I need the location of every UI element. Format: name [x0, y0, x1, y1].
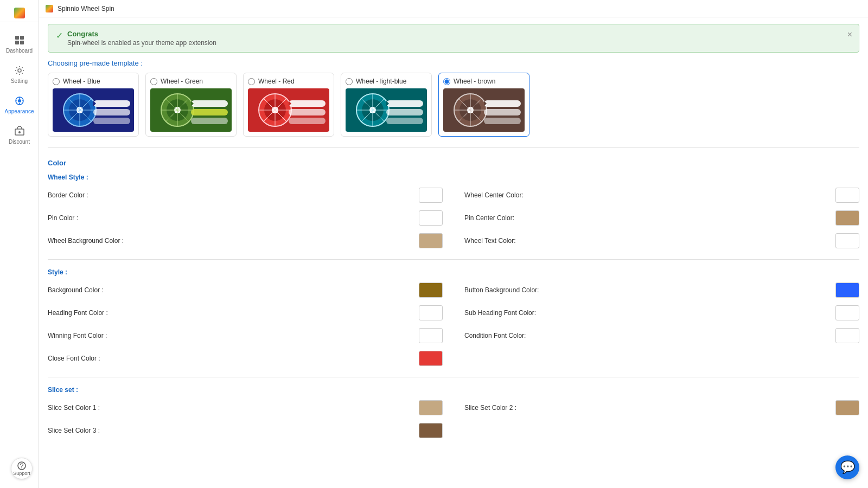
sidebar-item-setting[interactable]: Setting: [0, 59, 39, 89]
pin-center-color-label: Pin Center Color:: [464, 214, 514, 222]
svg-rect-59: [386, 118, 423, 124]
wheel-center-color-swatch[interactable]: [835, 188, 859, 203]
winning-font-color-swatch[interactable]: [419, 328, 443, 343]
border-color-swatch[interactable]: [419, 188, 443, 203]
template-radio-row-green: Wheel - Green: [150, 78, 232, 85]
alert-close-button[interactable]: ×: [847, 30, 852, 40]
logo-icon: [14, 8, 25, 18]
dashboard-icon: [14, 34, 25, 46]
sidebar-item-appearance[interactable]: Appearance: [0, 89, 39, 120]
svg-rect-21: [93, 100, 130, 107]
wheel-text-color-label: Wheel Text Color:: [464, 237, 515, 245]
slice-set-subsection: Slice set : Slice Set Color 1 : Slice Se…: [48, 386, 859, 438]
sidebar-item-dashboard[interactable]: Dashboard: [0, 29, 39, 59]
wheel-text-color-swatch[interactable]: [835, 233, 859, 248]
slice-set-color-3-label: Slice Set Color 3 :: [48, 427, 100, 434]
border-color-row: Border Color :: [48, 188, 443, 203]
template-radio-lightblue[interactable]: [346, 78, 353, 85]
heading-font-color-swatch[interactable]: [419, 305, 443, 320]
sidebar-item-discount-label: Discount: [9, 139, 30, 145]
wheel-svg-brown: [443, 88, 525, 132]
style-color-grid: Background Color : Heading Font Color : …: [48, 282, 859, 366]
svg-rect-47: [289, 118, 326, 124]
chat-fab-icon: 💬: [840, 460, 855, 474]
slice-set-color-grid: Slice Set Color 1 : Slice Set Color 3 : …: [48, 400, 859, 438]
heading-font-color-row: Heading Font Color :: [48, 305, 443, 320]
style-subsection: Style : Background Color : Heading Font …: [48, 268, 859, 366]
svg-rect-23: [93, 118, 130, 124]
topbar-logo: [46, 5, 53, 12]
wheel-svg-blue: [53, 88, 134, 132]
app-logo: [0, 4, 39, 22]
svg-rect-1: [20, 36, 24, 40]
wheel-style-title: Wheel Style :: [48, 174, 859, 181]
template-chooser: Choosing pre-made template : Wheel - Blu…: [48, 59, 859, 137]
color-section: Color Wheel Style : Border Color : Pin C…: [48, 159, 859, 438]
discount-icon: [14, 125, 25, 137]
svg-point-12: [18, 131, 21, 133]
pin-center-color-swatch[interactable]: [835, 210, 859, 226]
wheel-svg-red: [248, 88, 329, 132]
wheel-bg-color-label: Wheel Background Color :: [48, 237, 124, 245]
wheel-center-color-row: Wheel Center Color:: [464, 188, 859, 203]
wheel-svg-lightblue: [346, 88, 427, 132]
setting-icon: [14, 65, 25, 76]
template-radio-blue[interactable]: [53, 78, 60, 85]
wheel-style-section: Wheel Style : Border Color : Pin Color :: [48, 174, 859, 248]
templates-row: Wheel - Blue: [48, 73, 859, 137]
close-font-color-label: Close Font Color :: [48, 355, 100, 362]
svg-point-73: [18, 462, 25, 470]
template-label-blue: Wheel - Blue: [63, 78, 100, 85]
slice-set-title: Slice set :: [48, 386, 859, 394]
sidebar-item-setting-label: Setting: [11, 78, 28, 84]
slice-set-color-1-swatch[interactable]: [419, 400, 443, 415]
slice-set-color-1-row: Slice Set Color 1 :: [48, 400, 443, 415]
page-content: Choosing pre-made template : Wheel - Blu…: [39, 59, 868, 462]
sub-heading-font-color-row: Sub Heading Font Color:: [464, 305, 859, 320]
winning-font-color-label: Winning Font Color :: [48, 332, 107, 339]
slice-set-color-3-swatch[interactable]: [419, 423, 443, 438]
svg-rect-46: [289, 109, 326, 115]
close-font-color-swatch[interactable]: [419, 351, 443, 366]
svg-rect-34: [191, 109, 228, 115]
pin-color-label: Pin Color :: [48, 214, 78, 222]
wheel-center-color-label: Wheel Center Color:: [464, 191, 524, 199]
template-card-lightblue[interactable]: Wheel - light-blue: [341, 73, 432, 137]
condition-font-color-swatch[interactable]: [835, 328, 859, 343]
button-bg-color-row: Button Background Color:: [464, 282, 859, 298]
background-color-label: Background Color :: [48, 286, 104, 294]
template-label-brown: Wheel - brown: [454, 78, 495, 85]
sub-heading-font-color-swatch[interactable]: [835, 305, 859, 320]
template-card-green[interactable]: Wheel - Green: [145, 73, 237, 137]
sub-heading-font-color-label: Sub Heading Font Color:: [464, 309, 536, 317]
pin-color-swatch[interactable]: [419, 210, 443, 226]
template-radio-red[interactable]: [248, 78, 255, 85]
background-color-swatch[interactable]: [419, 282, 443, 298]
button-bg-color-swatch[interactable]: [835, 282, 859, 298]
template-img-red: [248, 88, 329, 132]
slice-set-left: Slice Set Color 1 : Slice Set Color 3 :: [48, 400, 443, 438]
svg-rect-22: [93, 109, 130, 115]
slice-set-color-2-swatch[interactable]: [835, 400, 859, 415]
slice-set-color-2-label: Slice Set Color 2 :: [464, 404, 516, 412]
slice-set-right: Slice Set Color 2 :: [464, 400, 859, 438]
template-card-brown[interactable]: Wheel - brown: [438, 73, 529, 137]
template-radio-row-red: Wheel - Red: [248, 78, 329, 85]
template-radio-brown[interactable]: [443, 78, 450, 85]
template-radio-green[interactable]: [150, 78, 157, 85]
chat-fab-button[interactable]: 💬: [835, 455, 859, 479]
wheel-bg-color-swatch[interactable]: [419, 233, 443, 248]
template-card-blue[interactable]: Wheel - Blue: [48, 73, 139, 137]
slice-set-color-3-row: Slice Set Color 3 :: [48, 423, 443, 438]
template-chooser-label: Choosing pre-made template :: [48, 59, 859, 67]
sidebar-item-discount[interactable]: Discount: [0, 120, 39, 150]
condition-font-color-row: Condition Font Color:: [464, 328, 859, 343]
template-img-green: [150, 88, 232, 132]
support-label: Support: [13, 471, 30, 476]
support-button[interactable]: Support: [11, 458, 33, 479]
svg-rect-69: [484, 100, 521, 107]
divider-2: [48, 259, 859, 260]
alert-check-icon: ✓: [56, 30, 63, 41]
template-img-lightblue: [346, 88, 427, 132]
template-card-red[interactable]: Wheel - Red: [243, 73, 334, 137]
